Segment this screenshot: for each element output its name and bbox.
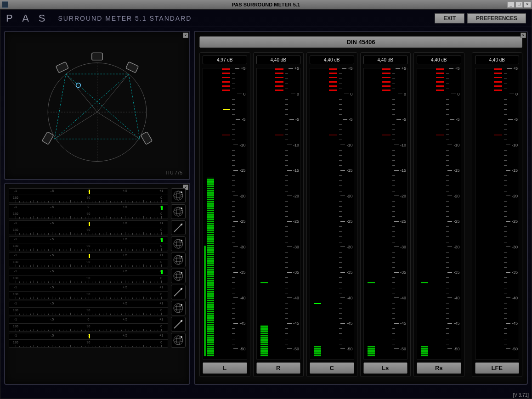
goniometer-icon[interactable] xyxy=(171,204,186,219)
svg-point-27 xyxy=(174,242,183,246)
level-bar xyxy=(260,326,268,356)
goniometer-icon[interactable] xyxy=(171,236,186,251)
minimize-button[interactable]: _ xyxy=(507,1,515,8)
svg-point-29 xyxy=(181,240,182,242)
svg-point-43 xyxy=(181,304,182,306)
peak-hold-mark xyxy=(207,180,214,181)
svg-point-36 xyxy=(176,271,180,281)
svg-point-31 xyxy=(174,258,183,262)
correlator-slider[interactable]: -1-.50+.5+1180900 xyxy=(9,333,168,348)
exit-button[interactable]: EXIT xyxy=(435,13,464,23)
svg-point-48 xyxy=(176,336,180,345)
correlator-row: -1-.50+.5+1180900 xyxy=(9,188,186,203)
correlator-row: -1-.5+.5+1180900 xyxy=(9,236,186,251)
level-meters-panel: × DIN 45406 4,97 dB+50-5-10-15-20-25-30-… xyxy=(194,31,528,385)
logo: P A S xyxy=(6,12,49,24)
app-icon xyxy=(2,1,8,8)
correlator-slider[interactable]: -1-.50+.5+1180900 xyxy=(9,220,168,235)
svg-point-19 xyxy=(181,191,182,193)
maximize-button[interactable]: □ xyxy=(515,1,523,8)
correlator-slider[interactable]: -1-.50+.5+1180900 xyxy=(9,188,168,203)
close-button[interactable]: × xyxy=(524,1,531,8)
meter-body: +50-5-10-15-20-25-30-35-40-45-50 xyxy=(203,68,247,360)
svg-line-6 xyxy=(97,112,140,139)
svg-point-47 xyxy=(174,338,183,342)
peak-value: 4,97 dB xyxy=(203,56,247,64)
peak-value: 4,40 dB xyxy=(475,56,520,64)
svg-line-9 xyxy=(55,74,129,139)
meter-channel-c: 4,40 dB+50-5-10-15-20-25-30-35-40-45-50C xyxy=(306,52,357,377)
svg-line-5 xyxy=(55,112,97,139)
svg-point-17 xyxy=(174,194,183,197)
channel-label[interactable]: Rs xyxy=(417,362,461,374)
meter-channel-ls: 4,40 dB+50-5-10-15-20-25-30-35-40-45-50L… xyxy=(360,52,411,377)
svg-rect-11 xyxy=(92,53,102,60)
meter-body: +50-5-10-15-20-25-30-35-40-45-50 xyxy=(363,68,408,360)
correlator-row: -1-.5+.5+1180900 xyxy=(9,301,186,315)
peak-value: 4,40 dB xyxy=(363,56,408,64)
channel-label[interactable]: L xyxy=(203,362,247,374)
goniometer-icon[interactable] xyxy=(171,269,186,283)
svg-point-22 xyxy=(176,207,180,216)
goniometer-icon[interactable] xyxy=(171,333,186,348)
meter-channel-l: 4,97 dB+50-5-10-15-20-25-30-35-40-45-50L xyxy=(199,52,250,377)
peak-hold-mark xyxy=(421,282,428,283)
peak-value: 4,40 dB xyxy=(310,56,354,64)
phase-icon[interactable] xyxy=(171,285,186,299)
goniometer-icon[interactable] xyxy=(171,253,186,267)
level-bar xyxy=(368,346,375,356)
correlator-slider[interactable]: -1-.5+.5+1180900 xyxy=(9,269,168,283)
svg-point-41 xyxy=(174,306,183,310)
svg-point-39 xyxy=(181,288,182,290)
channel-label[interactable]: C xyxy=(310,362,354,374)
peak-hold-mark xyxy=(260,282,268,283)
svg-point-37 xyxy=(181,272,182,274)
window-title: PAS SURROUND METER 5.1 xyxy=(232,2,300,7)
channel-label[interactable]: R xyxy=(256,362,301,374)
meter-standard-label: DIN 45406 xyxy=(199,36,522,48)
app-subtitle: SURROUND METER 5.1 STANDARD xyxy=(58,15,192,22)
panel-close-icon[interactable]: × xyxy=(183,33,188,38)
surround-scope-panel: × xyxy=(4,31,190,180)
window-titlebar: PAS SURROUND METER 5.1 _ □ × xyxy=(0,0,532,9)
goniometer-icon[interactable] xyxy=(171,188,186,203)
correlator-row: -1-.5+.5+1180900 xyxy=(9,253,186,267)
meter-body: +50-5-10-15-20-25-30-35-40-45-50 xyxy=(310,68,354,360)
svg-point-25 xyxy=(181,224,182,225)
peak-value: 4,40 dB xyxy=(256,56,301,64)
correlator-slider[interactable]: -1-.5+.5+1180900 xyxy=(9,253,168,267)
svg-line-4 xyxy=(97,74,129,112)
level-bar xyxy=(207,178,214,356)
channel-label[interactable]: LFE xyxy=(475,362,520,374)
correlator-slider[interactable]: -1-.5+.5+1180900 xyxy=(9,285,168,299)
surround-scope xyxy=(12,39,182,172)
correlator-row: -1-.50+.5+1180900 xyxy=(9,317,186,332)
correlator-slider[interactable]: -1-.50+.5+1180900 xyxy=(9,204,168,219)
svg-point-23 xyxy=(181,208,182,209)
correlator-slider[interactable]: -1-.5+.5+1180900 xyxy=(9,301,168,315)
phase-icon[interactable] xyxy=(171,220,186,235)
surround-standard-label: ITU 775 xyxy=(166,170,182,175)
svg-rect-15 xyxy=(141,132,152,145)
level-bar xyxy=(314,346,321,356)
svg-line-3 xyxy=(66,74,97,112)
correlator-slider[interactable]: -1-.50+.5+1180900 xyxy=(9,317,168,332)
meter-channel-r: 4,40 dB+50-5-10-15-20-25-30-35-40-45-50R xyxy=(253,52,304,377)
peak-value: 4,40 dB xyxy=(417,56,461,64)
correlator-slider[interactable]: -1-.5+.5+1180900 xyxy=(9,236,168,251)
version-label: [V 3.71] xyxy=(513,393,529,398)
channel-label[interactable]: Ls xyxy=(363,362,408,374)
goniometer-icon[interactable] xyxy=(171,301,186,315)
svg-point-18 xyxy=(176,191,180,200)
phase-icon[interactable] xyxy=(171,317,186,332)
peak-hold-mark xyxy=(314,303,321,304)
meter-channel-rs: 4,40 dB+50-5-10-15-20-25-30-35-40-45-50R… xyxy=(413,52,464,377)
svg-point-49 xyxy=(181,336,182,338)
meter-body: +50-5-10-15-20-25-30-35-40-45-50 xyxy=(256,68,301,360)
svg-point-21 xyxy=(174,210,183,214)
meter-channel-lfe: 4,40 dB+50-5-10-15-20-25-30-35-40-45-50L… xyxy=(472,52,523,377)
panel-close-icon[interactable]: × xyxy=(521,33,526,38)
correlator-panel: × -1-.50+.5+1180900-1-.50+.5+1180900-1-.… xyxy=(4,183,190,385)
preferences-button[interactable]: PREFERENCES xyxy=(467,13,526,23)
app-header: P A S SURROUND METER 5.1 STANDARD EXIT P… xyxy=(0,10,532,27)
